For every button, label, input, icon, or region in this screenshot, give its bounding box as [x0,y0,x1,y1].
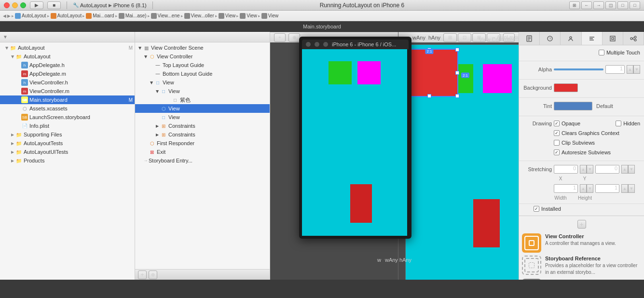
minimize-button[interactable] [12,2,18,8]
sidebar-item-viewcontroller-h[interactable]: h ViewController.h [0,78,135,87]
tint-color-swatch[interactable] [554,102,592,110]
forward-icon[interactable]: → [593,1,604,9]
bc-viewoller[interactable]: View...oller [184,13,214,19]
hidden-checkbox[interactable] [616,121,621,126]
stretching-x-up[interactable]: ▲ [580,165,587,174]
sidebar-item-launchscreen[interactable]: SB LaunchScreen.storyboard [0,113,135,122]
stop-button[interactable]: ■ [47,1,61,9]
tab-file[interactable] [519,32,540,45]
stretching-w-up[interactable]: ▲ [580,184,587,193]
back-icon[interactable]: ← [581,1,592,9]
add-info-button[interactable]: + [577,220,586,229]
bc-view2[interactable]: View [240,13,257,19]
sidebar-item-viewcontroller-m[interactable]: m ViewController.m [0,87,135,95]
handle-middle-right[interactable] [455,71,459,75]
editor-grid-icon[interactable]: ⊞ [569,1,580,9]
debug-icon[interactable]: □ [617,1,628,9]
sidebar-item-autolayout-ui-tests[interactable]: ▶ 📁 AutoLayoutUITests [0,148,135,156]
handle-bottom-middle[interactable] [427,94,431,98]
stretching-x-down[interactable]: ▼ [587,165,593,174]
scene-item-view-sub2[interactable]: ⬡ View [135,104,270,113]
scene-item-bottom-layout[interactable]: — Bottom Layout Guide [135,69,270,78]
clears-graphics-checkbox[interactable] [554,130,560,136]
scene-item-view-sub3[interactable]: □ View [135,113,270,122]
sidebar-item-assets[interactable]: ⬡ Assets.xcassets [0,104,135,113]
sidebar-item-supporting-files[interactable]: ▶ 📁 Supporting Files [0,130,135,139]
scene-item-storyboard-entry[interactable]: → Storyboard Entry... [135,156,270,165]
stretching-x-stepper[interactable]: ▲ ▼ [580,165,593,174]
alpha-slider[interactable] [554,68,603,70]
filter-scene-button[interactable]: ⊕ [149,271,157,279]
stretching-y-input[interactable]: 0 [595,165,619,174]
bc-maiase[interactable]: Mai...ase) [119,13,147,19]
tab-size[interactable] [603,32,623,45]
bc-autolayout2[interactable]: AutoLayout [51,13,82,19]
tab-connections[interactable] [623,32,644,45]
close-button[interactable] [4,2,10,8]
clip-subviews-checkbox[interactable] [554,140,560,146]
bc-view1[interactable]: View [219,13,236,19]
alpha-stepper[interactable]: ▲ ▼ [627,65,640,74]
bc-nav-left[interactable]: ◀ [3,14,6,18]
maximize-button[interactable] [20,2,26,8]
handle-top-right[interactable] [455,48,459,52]
multiple-touch-checkbox[interactable] [599,50,604,55]
sidebar-item-autolayout-tests[interactable]: ▶ 📁 AutoLayoutTests [0,139,135,148]
bc-view3[interactable]: View [261,13,279,19]
alpha-step-down[interactable]: ▼ [633,65,640,74]
sidebar-item-appdelegate-m[interactable]: m AppDelegate.m [0,69,135,78]
iphone-popup-close[interactable] [306,42,311,47]
stretching-h-down[interactable]: ▼ [628,184,635,193]
sidebar-item-appdelegate-h[interactable]: h AppDelegate.h [0,61,135,69]
sidebar-item-autolayout-root[interactable]: ▶ 📁 AutoLayout M [0,43,135,52]
alpha-input[interactable]: 1 [605,65,625,74]
stretching-x-input[interactable]: 0 [554,165,578,174]
inspector-icon[interactable]: □ [630,1,640,9]
scene-item-view-sub1[interactable]: ▶ □ View [135,87,270,95]
stretching-y-down[interactable]: ▼ [628,165,635,174]
stretching-y-up[interactable]: ▲ [621,165,628,174]
scene-item-top-layout[interactable]: — Top Layout Guide [135,61,270,69]
scene-item-view-main[interactable]: ▶ □ View [135,78,270,87]
autoresize-checkbox[interactable] [554,149,560,155]
scene-item-first-responder[interactable]: ⬡ First Responder [135,139,270,148]
alpha-step-up[interactable]: ▲ [627,65,633,74]
tab-attributes[interactable] [582,32,603,45]
add-scene-button[interactable]: + [138,271,147,279]
stretching-w-down[interactable]: ▼ [587,184,593,193]
bc-viewene[interactable]: View...ene [151,13,180,19]
scene-tree[interactable]: ▶ ▦ View Controller Scene ▶ ⬡ View Contr… [135,42,270,269]
sidebar-item-main-storyboard[interactable]: SB Main.storyboard M [0,95,135,104]
bc-autolayout1[interactable]: AutoLayout [15,13,46,19]
background-color-swatch[interactable] [554,83,578,92]
bc-mainstoryboard[interactable]: Mai...oard [86,13,114,19]
stretching-h-stepper[interactable]: ▲ ▼ [621,184,635,193]
stretching-y-stepper[interactable]: ▲ ▼ [621,165,635,174]
opaque-checkbox[interactable] [554,121,560,126]
run-button[interactable]: ▶ [30,1,43,9]
sidebar-item-autolayout-sub[interactable]: ▶ 📁 AutoLayout [0,52,135,61]
tab-identity[interactable] [561,32,581,45]
stretching-w-input[interactable]: 1 [554,184,578,193]
sidebar-item-products[interactable]: ▶ 📁 Products [0,156,135,165]
scene-item-vc[interactable]: ▶ ⬡ View Controller [135,52,270,61]
sidebar-item-info-plist[interactable]: 📄 Info.plist [0,122,135,130]
iphone-popup-max[interactable] [323,42,328,47]
scene-item-purple[interactable]: □ 紫色 [135,95,270,104]
stretching-h-input[interactable]: 1 [595,184,619,193]
scene-item-vc-scene[interactable]: ▶ ▦ View Controller Scene [135,43,270,52]
stretching-h-up[interactable]: ▲ [621,184,628,193]
navigator-icon[interactable]: ◫ [605,1,616,9]
scene-item-exit[interactable]: ⊠ Exit [135,148,270,156]
scheme-selector[interactable]: 🔧 AutoLayout ▶ iPhone 6 (8.1) [73,2,147,8]
stretching-w-stepper[interactable]: ▲ ▼ [580,184,593,193]
tab-quickhelp[interactable]: ? [540,32,561,45]
installed-checkbox[interactable] [534,206,539,212]
scene-item-constraints1[interactable]: ▶ ⊞ Constraints [135,122,270,130]
bc-nav-right[interactable]: ▶ [7,14,11,18]
handle-bottom-right[interactable] [455,94,459,98]
file-tree[interactable]: ▶ 📁 AutoLayout M ▶ 📁 AutoLayout h AppDel… [0,42,135,280]
iphone-popup-min[interactable] [315,42,319,47]
scene-item-constraints2[interactable]: ▶ ⊞ Constraints [135,130,270,139]
canvas-area[interactable]: iPhone 6 - iPhone 6 / iOS... View Contro… [270,32,519,280]
